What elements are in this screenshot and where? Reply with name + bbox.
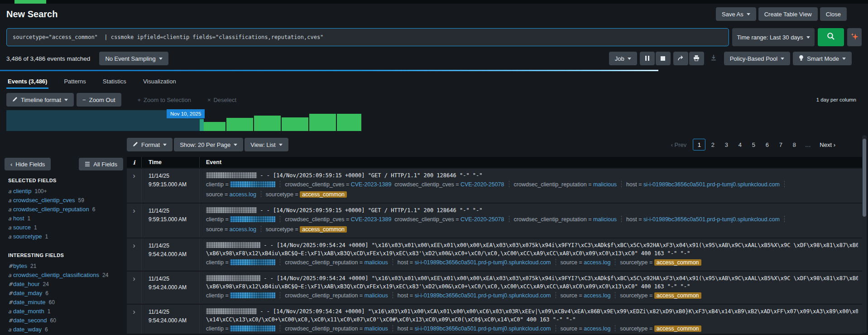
field-key[interactable]: sourcetype: [620, 325, 647, 332]
field-value[interactable]: access.log: [230, 191, 256, 198]
field-value[interactable]: si-i-01989bc3656c0a501.prd-p-tumj0.splun…: [643, 216, 780, 223]
redacted-clientip-value[interactable]: [230, 216, 275, 222]
redacted-clientip-value[interactable]: [230, 325, 275, 331]
field-value[interactable]: access.log: [584, 259, 610, 266]
timeline-chart[interactable]: Nov 10, 2025: [0, 109, 868, 132]
field-key[interactable]: clientip: [206, 216, 224, 223]
field-key[interactable]: host: [398, 325, 408, 332]
field-value[interactable]: malicious: [364, 292, 388, 299]
field-item-date_mday[interactable]: #date_mday6: [5, 288, 127, 297]
timeline-bar[interactable]: [282, 117, 308, 131]
field-value[interactable]: malicious: [593, 181, 617, 188]
field-key[interactable]: source: [561, 259, 578, 266]
job-menu-button[interactable]: Job: [609, 52, 637, 65]
pagination-page-5[interactable]: 5: [747, 139, 760, 151]
field-value[interactable]: si-i-01989bc3656c0a501.prd-p-tumj0.splun…: [643, 181, 780, 188]
timeline-bar[interactable]: [254, 116, 281, 131]
field-key[interactable]: host: [398, 292, 408, 299]
tab-statistics[interactable]: Statistics: [101, 71, 128, 91]
field-key[interactable]: sourcetype: [620, 259, 647, 266]
field-key[interactable]: crowdsec_clientip_reputation: [285, 292, 358, 299]
scrollbar-thumb[interactable]: [863, 139, 866, 217]
search-query-input[interactable]: sourcetype="access_common" | cssmoke ipf…: [6, 28, 729, 46]
field-value[interactable]: access_common: [654, 292, 701, 299]
field-key[interactable]: crowdsec_clientip_reputation: [514, 181, 587, 188]
field-key[interactable]: host: [626, 216, 637, 223]
field-value[interactable]: CVE-2023-1389: [351, 216, 392, 223]
time-range-picker[interactable]: Time range: Last 30 days: [732, 28, 815, 46]
field-item-date_second[interactable]: #date_second60: [5, 316, 127, 325]
field-value[interactable]: access.log: [230, 226, 256, 233]
pagination-page-8[interactable]: 8: [788, 139, 801, 151]
field-key[interactable]: clientip: [206, 181, 224, 188]
field-value[interactable]: access_common: [654, 259, 701, 266]
field-value[interactable]: si-i-01989bc3656c0a501.prd-p-tumj0.splun…: [415, 325, 551, 332]
redacted-clientip-value[interactable]: [230, 259, 275, 265]
format-button[interactable]: Format: [127, 138, 173, 151]
field-item-date_hour[interactable]: #date_hour24: [5, 279, 127, 288]
tab-visualization[interactable]: Visualization: [142, 71, 177, 91]
field-item-date_minute[interactable]: #date_minute60: [5, 297, 127, 306]
field-value[interactable]: si-i-01989bc3656c0a501.prd-p-tumj0.splun…: [415, 292, 551, 299]
field-key[interactable]: host: [626, 181, 637, 188]
ai-assistant-button[interactable]: [847, 28, 862, 46]
field-value[interactable]: si-i-01989bc3656c0a501.prd-p-tumj0.splun…: [415, 259, 551, 266]
tab-events-3-486[interactable]: Events (3,486): [6, 71, 48, 91]
field-key[interactable]: host: [398, 259, 408, 266]
field-key[interactable]: sourcetype: [620, 292, 647, 299]
expand-chevron-icon[interactable]: ›: [133, 307, 135, 316]
field-value[interactable]: access_common: [300, 191, 347, 198]
zoom-out-button[interactable]: − Zoom Out: [77, 93, 121, 107]
field-value[interactable]: CVE-2020-25078: [460, 181, 504, 188]
field-item-date_wday[interactable]: adate_wday6: [5, 325, 127, 334]
search-mode-button[interactable]: Smart Mode: [793, 52, 852, 65]
timeline-bar[interactable]: [337, 114, 361, 131]
field-key[interactable]: clientip: [206, 325, 224, 332]
field-key[interactable]: source: [206, 226, 223, 233]
field-key[interactable]: crowdsec_clientip_cves: [285, 181, 344, 188]
field-item-date_month[interactable]: adate_month1: [5, 306, 127, 316]
field-item-bytes[interactable]: #bytes21: [5, 261, 127, 270]
create-table-view-button[interactable]: Create Table View: [758, 7, 818, 21]
hide-fields-button[interactable]: ‹ Hide Fields: [5, 158, 51, 170]
expand-chevron-icon[interactable]: ›: [133, 171, 135, 180]
field-key[interactable]: crowdsec_clientip_reputation: [285, 325, 358, 332]
tab-patterns[interactable]: Patterns: [62, 71, 87, 91]
field-key[interactable]: crowdsec_clientip_reputation: [514, 216, 587, 223]
field-item-crowdsec_clientip_reputation[interactable]: acrowdsec_clientip_reputation6: [5, 204, 127, 214]
run-search-button[interactable]: [818, 28, 844, 46]
field-item-host[interactable]: ahost1: [5, 214, 127, 223]
field-key[interactable]: crowdsec_clientip_cves: [285, 216, 344, 223]
field-value[interactable]: access.log: [584, 292, 610, 299]
field-value[interactable]: malicious: [364, 259, 388, 266]
stop-job-button[interactable]: [656, 52, 671, 65]
pagination-page-6[interactable]: 6: [761, 139, 773, 151]
pagination-page-1[interactable]: 1: [693, 139, 705, 151]
field-item-clientip[interactable]: aclientip100+: [5, 186, 127, 195]
field-key[interactable]: sourcetype: [266, 191, 293, 198]
field-value[interactable]: malicious: [593, 216, 617, 223]
field-value[interactable]: CVE-2023-1389: [351, 181, 392, 188]
timeline-bar[interactable]: [204, 122, 225, 131]
save-as-button[interactable]: Save As: [716, 7, 756, 21]
field-value[interactable]: access.log: [584, 325, 610, 332]
field-key[interactable]: clientip: [206, 259, 224, 266]
field-key[interactable]: sourcetype: [266, 226, 293, 233]
view-mode-button[interactable]: View: List: [245, 138, 288, 151]
timeline-bar[interactable]: [226, 118, 253, 131]
field-key[interactable]: source: [561, 292, 578, 299]
field-item-sourcetype[interactable]: asourcetype1: [5, 232, 127, 241]
pause-job-button[interactable]: [640, 52, 655, 65]
field-key[interactable]: crowdsec_clientip_cves: [394, 216, 454, 223]
timeline-bar[interactable]: [309, 114, 336, 131]
print-job-button[interactable]: [689, 52, 704, 65]
pagination-next[interactable]: Next ›: [820, 141, 835, 148]
field-item-source[interactable]: asource1: [5, 223, 127, 232]
field-value[interactable]: malicious: [364, 325, 388, 332]
expand-chevron-icon[interactable]: ›: [133, 274, 135, 283]
timeline-bar[interactable]: [200, 119, 204, 131]
workload-pool-button[interactable]: Policy-Based Pool: [724, 52, 791, 65]
expand-chevron-icon[interactable]: ›: [133, 206, 135, 215]
field-key[interactable]: crowdsec_clientip_reputation: [285, 259, 358, 266]
field-value[interactable]: access_common: [300, 226, 347, 233]
